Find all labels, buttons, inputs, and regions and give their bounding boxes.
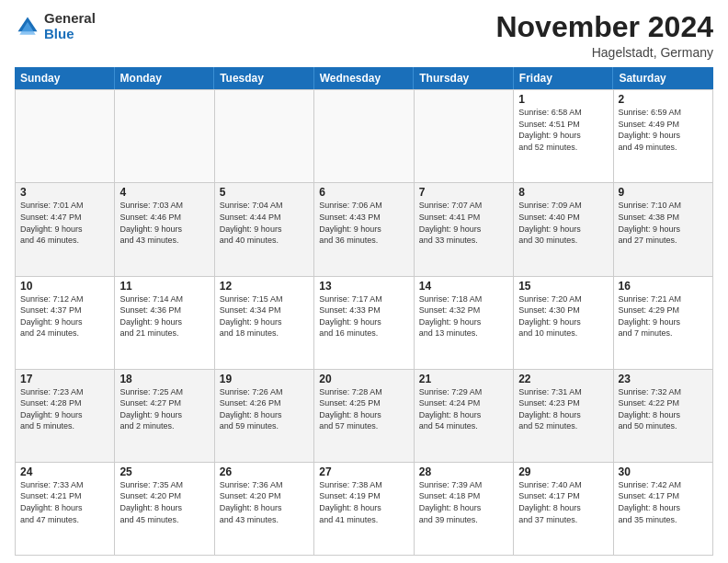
table-row: 9Sunrise: 7:10 AM Sunset: 4:38 PM Daylig… — [614, 183, 713, 276]
header-friday: Friday — [514, 67, 614, 89]
day-info: Sunrise: 7:12 AM Sunset: 4:37 PM Dayligh… — [20, 293, 109, 339]
day-info: Sunrise: 7:28 AM Sunset: 4:25 PM Dayligh… — [319, 386, 408, 432]
day-number: 14 — [419, 280, 508, 293]
day-number: 22 — [518, 373, 608, 385]
day-number: 10 — [20, 280, 109, 293]
day-info: Sunrise: 7:06 AM Sunset: 4:43 PM Dayligh… — [319, 200, 408, 246]
day-info: Sunrise: 7:15 AM Sunset: 4:34 PM Dayligh… — [220, 293, 309, 339]
day-number: 6 — [319, 186, 408, 199]
day-info: Sunrise: 6:58 AM Sunset: 4:51 PM Dayligh… — [518, 107, 608, 153]
header-wednesday: Wednesday — [314, 67, 415, 89]
header-tuesday: Tuesday — [214, 67, 314, 89]
location: Hagelstadt, Germany — [495, 45, 713, 60]
table-row: 8Sunrise: 7:09 AM Sunset: 4:40 PM Daylig… — [514, 183, 613, 276]
table-row: 23Sunrise: 7:32 AM Sunset: 4:22 PM Dayli… — [614, 370, 713, 463]
day-info: Sunrise: 7:07 AM Sunset: 4:41 PM Dayligh… — [419, 200, 508, 246]
table-row: 3Sunrise: 7:01 AM Sunset: 4:47 PM Daylig… — [16, 183, 115, 276]
table-row: 27Sunrise: 7:38 AM Sunset: 4:19 PM Dayli… — [314, 463, 414, 556]
day-number: 20 — [319, 373, 408, 385]
day-number: 26 — [220, 465, 309, 478]
day-number: 8 — [518, 186, 608, 199]
table-row: 10Sunrise: 7:12 AM Sunset: 4:37 PM Dayli… — [16, 277, 115, 370]
table-row: 4Sunrise: 7:03 AM Sunset: 4:46 PM Daylig… — [115, 183, 214, 276]
table-row: 17Sunrise: 7:23 AM Sunset: 4:28 PM Dayli… — [16, 370, 115, 463]
day-info: Sunrise: 7:04 AM Sunset: 4:44 PM Dayligh… — [220, 200, 309, 246]
day-number: 11 — [119, 280, 209, 293]
day-info: Sunrise: 7:35 AM Sunset: 4:20 PM Dayligh… — [119, 479, 209, 525]
table-row — [16, 90, 115, 183]
day-number: 9 — [619, 186, 708, 199]
day-number: 28 — [419, 465, 508, 478]
day-number: 4 — [119, 186, 209, 199]
table-row: 22Sunrise: 7:31 AM Sunset: 4:23 PM Dayli… — [514, 370, 613, 463]
day-info: Sunrise: 7:10 AM Sunset: 4:38 PM Dayligh… — [619, 200, 708, 246]
table-row: 14Sunrise: 7:18 AM Sunset: 4:32 PM Dayli… — [415, 277, 514, 370]
day-info: Sunrise: 7:40 AM Sunset: 4:17 PM Dayligh… — [518, 479, 608, 525]
day-info: Sunrise: 7:29 AM Sunset: 4:24 PM Dayligh… — [419, 386, 508, 432]
day-info: Sunrise: 7:38 AM Sunset: 4:19 PM Dayligh… — [319, 479, 408, 525]
logo: General Blue — [15, 11, 96, 41]
title-block: November 2024 Hagelstadt, Germany — [495, 11, 713, 60]
table-row: 18Sunrise: 7:25 AM Sunset: 4:27 PM Dayli… — [115, 370, 214, 463]
table-row: 5Sunrise: 7:04 AM Sunset: 4:44 PM Daylig… — [215, 183, 314, 276]
day-info: Sunrise: 7:09 AM Sunset: 4:40 PM Dayligh… — [518, 200, 608, 246]
day-number: 25 — [119, 465, 209, 478]
day-number: 27 — [319, 465, 408, 478]
day-info: Sunrise: 7:33 AM Sunset: 4:21 PM Dayligh… — [20, 479, 109, 525]
table-row: 11Sunrise: 7:14 AM Sunset: 4:36 PM Dayli… — [115, 277, 214, 370]
day-info: Sunrise: 7:01 AM Sunset: 4:47 PM Dayligh… — [20, 200, 109, 246]
day-info: Sunrise: 7:20 AM Sunset: 4:30 PM Dayligh… — [518, 293, 608, 339]
page: General Blue November 2024 Hagelstadt, G… — [0, 0, 728, 563]
table-row: 24Sunrise: 7:33 AM Sunset: 4:21 PM Dayli… — [16, 463, 115, 556]
table-row: 6Sunrise: 7:06 AM Sunset: 4:43 PM Daylig… — [314, 183, 414, 276]
day-info: Sunrise: 7:23 AM Sunset: 4:28 PM Dayligh… — [20, 386, 109, 432]
day-number: 16 — [619, 280, 708, 293]
day-info: Sunrise: 7:26 AM Sunset: 4:26 PM Dayligh… — [220, 386, 309, 432]
table-row — [215, 90, 314, 183]
header-thursday: Thursday — [414, 67, 514, 89]
header-monday: Monday — [115, 67, 215, 89]
table-row: 20Sunrise: 7:28 AM Sunset: 4:25 PM Dayli… — [314, 370, 414, 463]
day-info: Sunrise: 7:36 AM Sunset: 4:20 PM Dayligh… — [220, 479, 309, 525]
table-row: 2Sunrise: 6:59 AM Sunset: 4:49 PM Daylig… — [614, 90, 713, 183]
table-row — [314, 90, 414, 183]
day-info: Sunrise: 7:03 AM Sunset: 4:46 PM Dayligh… — [119, 200, 209, 246]
calendar-header: Sunday Monday Tuesday Wednesday Thursday… — [15, 67, 713, 89]
table-row: 15Sunrise: 7:20 AM Sunset: 4:30 PM Dayli… — [514, 277, 613, 370]
table-row: 25Sunrise: 7:35 AM Sunset: 4:20 PM Dayli… — [115, 463, 214, 556]
table-row: 28Sunrise: 7:39 AM Sunset: 4:18 PM Dayli… — [415, 463, 514, 556]
day-info: Sunrise: 7:21 AM Sunset: 4:29 PM Dayligh… — [619, 293, 708, 339]
table-row: 19Sunrise: 7:26 AM Sunset: 4:26 PM Dayli… — [215, 370, 314, 463]
day-number: 12 — [220, 280, 309, 293]
day-info: Sunrise: 7:42 AM Sunset: 4:17 PM Dayligh… — [619, 479, 708, 525]
header-sunday: Sunday — [15, 67, 115, 89]
table-row: 30Sunrise: 7:42 AM Sunset: 4:17 PM Dayli… — [614, 463, 713, 556]
table-row: 29Sunrise: 7:40 AM Sunset: 4:17 PM Dayli… — [514, 463, 613, 556]
day-number: 7 — [419, 186, 508, 199]
day-info: Sunrise: 7:39 AM Sunset: 4:18 PM Dayligh… — [419, 479, 508, 525]
day-info: Sunrise: 7:25 AM Sunset: 4:27 PM Dayligh… — [119, 386, 209, 432]
day-number: 1 — [518, 93, 608, 106]
month-title: November 2024 — [495, 11, 713, 43]
day-number: 18 — [119, 373, 209, 385]
page-header: General Blue November 2024 Hagelstadt, G… — [15, 11, 713, 60]
logo-general: General — [44, 11, 96, 27]
day-info: Sunrise: 7:18 AM Sunset: 4:32 PM Dayligh… — [419, 293, 508, 339]
day-number: 19 — [220, 373, 309, 385]
day-info: Sunrise: 7:31 AM Sunset: 4:23 PM Dayligh… — [518, 386, 608, 432]
day-info: Sunrise: 7:14 AM Sunset: 4:36 PM Dayligh… — [119, 293, 209, 339]
day-info: Sunrise: 6:59 AM Sunset: 4:49 PM Dayligh… — [619, 107, 708, 153]
table-row: 1Sunrise: 6:58 AM Sunset: 4:51 PM Daylig… — [514, 90, 613, 183]
day-number: 13 — [319, 280, 408, 293]
logo-text: General Blue — [44, 11, 96, 41]
day-number: 29 — [518, 465, 608, 478]
logo-blue: Blue — [44, 27, 96, 42]
day-number: 5 — [220, 186, 309, 199]
day-number: 23 — [619, 373, 708, 385]
day-number: 30 — [619, 465, 708, 478]
table-row: 7Sunrise: 7:07 AM Sunset: 4:41 PM Daylig… — [415, 183, 514, 276]
day-number: 17 — [20, 373, 109, 385]
calendar-body: 1Sunrise: 6:58 AM Sunset: 4:51 PM Daylig… — [15, 89, 713, 556]
calendar: Sunday Monday Tuesday Wednesday Thursday… — [15, 67, 713, 556]
table-row — [415, 90, 514, 183]
